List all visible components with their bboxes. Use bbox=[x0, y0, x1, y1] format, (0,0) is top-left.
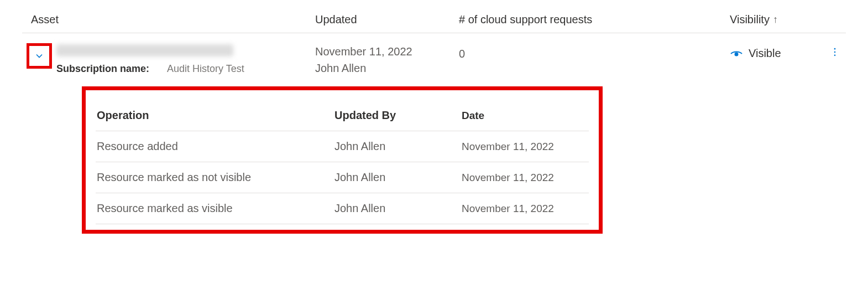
history-date: November 11, 2022 bbox=[462, 203, 588, 215]
history-operation: Resource marked as not visible bbox=[97, 171, 334, 184]
expand-row-toggle[interactable] bbox=[27, 43, 52, 69]
updated-date: November 11, 2022 bbox=[315, 43, 459, 60]
header-updated[interactable]: Updated bbox=[315, 13, 459, 26]
subscription-name-value: Audit History Test bbox=[167, 63, 244, 74]
history-by: John Allen bbox=[334, 171, 462, 184]
row-more-actions[interactable] bbox=[829, 47, 840, 60]
history-header-updated-by: Updated By bbox=[334, 109, 462, 122]
history-date: November 11, 2022 bbox=[462, 172, 588, 184]
header-csr[interactable]: # of cloud support requests bbox=[459, 13, 730, 26]
updated-by: John Allen bbox=[315, 60, 459, 76]
history-by: John Allen bbox=[334, 202, 462, 215]
csr-count: 0 bbox=[459, 48, 465, 60]
header-asset[interactable]: Asset bbox=[22, 13, 315, 26]
history-header-date: Date bbox=[462, 110, 588, 122]
history-header-operation: Operation bbox=[97, 109, 334, 122]
cell-asset: Subscription name: Audit History Test bbox=[52, 41, 315, 75]
history-row: Resource added John Allen November 11, 2… bbox=[96, 131, 589, 162]
asset-id-redacted bbox=[56, 44, 233, 56]
header-visibility[interactable]: Visibility ↑ bbox=[730, 13, 846, 26]
svg-point-3 bbox=[834, 55, 836, 56]
history-row: Resource marked as not visible John Alle… bbox=[96, 162, 589, 193]
visibility-icon bbox=[730, 47, 743, 60]
history-operation: Resource added bbox=[97, 140, 334, 153]
svg-point-1 bbox=[834, 48, 836, 50]
svg-point-2 bbox=[834, 51, 836, 53]
chevron-down-icon bbox=[34, 50, 45, 61]
sort-ascending-icon: ↑ bbox=[773, 14, 778, 25]
history-date: November 11, 2022 bbox=[462, 141, 588, 153]
cell-csr: 0 bbox=[459, 41, 730, 60]
visibility-label: Visible bbox=[749, 47, 781, 60]
audit-history-panel: Operation Updated By Date Resource added… bbox=[82, 86, 603, 234]
cell-visibility: Visible bbox=[730, 41, 846, 60]
subscription-name-label: Subscription name: bbox=[56, 63, 149, 74]
table-row: Subscription name: Audit History Test No… bbox=[22, 33, 846, 76]
history-by: John Allen bbox=[334, 140, 462, 153]
cell-updated: November 11, 2022 John Allen bbox=[315, 41, 459, 76]
header-visibility-label: Visibility bbox=[730, 13, 770, 26]
history-operation: Resource marked as visible bbox=[97, 202, 334, 215]
more-vertical-icon bbox=[829, 47, 840, 58]
svg-point-0 bbox=[735, 53, 738, 55]
history-header-row: Operation Updated By Date bbox=[96, 100, 589, 131]
history-row: Resource marked as visible John Allen No… bbox=[96, 193, 589, 224]
table-header-row: Asset Updated # of cloud support request… bbox=[22, 13, 846, 33]
